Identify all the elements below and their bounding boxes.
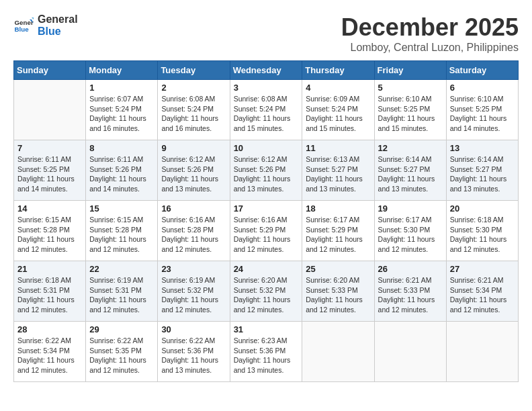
day-number: 21 <box>17 264 82 274</box>
day-number: 15 <box>89 203 154 214</box>
day-info: Sunrise: 6:18 AMSunset: 5:30 PMDaylight:… <box>450 215 515 255</box>
calendar-cell: 10Sunrise: 6:12 AMSunset: 5:26 PMDayligh… <box>230 140 302 201</box>
weekday-header-sunday: Sunday <box>14 61 86 80</box>
weekday-header-saturday: Saturday <box>446 61 518 80</box>
day-info: Sunrise: 6:17 AMSunset: 5:29 PMDaylight:… <box>306 215 370 255</box>
day-number: 17 <box>234 203 299 214</box>
day-number: 25 <box>306 264 370 274</box>
day-info: Sunrise: 6:11 AMSunset: 5:25 PMDaylight:… <box>17 154 82 194</box>
calendar-cell: 4Sunrise: 6:09 AMSunset: 5:24 PMDaylight… <box>302 80 374 140</box>
day-info: Sunrise: 6:08 AMSunset: 5:24 PMDaylight:… <box>234 94 299 134</box>
day-info: Sunrise: 6:14 AMSunset: 5:27 PMDaylight:… <box>450 154 515 194</box>
logo-general: General <box>38 13 78 26</box>
day-info: Sunrise: 6:20 AMSunset: 5:32 PMDaylight:… <box>234 275 299 315</box>
calendar-cell: 28Sunrise: 6:22 AMSunset: 5:34 PMDayligh… <box>14 322 86 382</box>
day-number: 16 <box>161 203 226 214</box>
day-info: Sunrise: 6:10 AMSunset: 5:25 PMDaylight:… <box>450 94 515 134</box>
calendar-cell: 14Sunrise: 6:15 AMSunset: 5:28 PMDayligh… <box>14 201 86 261</box>
day-info: Sunrise: 6:18 AMSunset: 5:31 PMDaylight:… <box>17 275 82 315</box>
weekday-header-monday: Monday <box>86 61 158 80</box>
calendar-cell: 18Sunrise: 6:17 AMSunset: 5:29 PMDayligh… <box>302 201 374 261</box>
day-info: Sunrise: 6:10 AMSunset: 5:25 PMDaylight:… <box>378 94 443 134</box>
day-info: Sunrise: 6:07 AMSunset: 5:24 PMDaylight:… <box>89 94 154 134</box>
day-number: 23 <box>161 264 226 274</box>
calendar-cell: 26Sunrise: 6:21 AMSunset: 5:33 PMDayligh… <box>374 261 446 322</box>
day-number: 20 <box>450 203 515 214</box>
day-number: 5 <box>378 83 443 93</box>
day-info: Sunrise: 6:16 AMSunset: 5:28 PMDaylight:… <box>161 215 226 255</box>
calendar-cell: 6Sunrise: 6:10 AMSunset: 5:25 PMDaylight… <box>446 80 518 140</box>
day-info: Sunrise: 6:15 AMSunset: 5:28 PMDaylight:… <box>17 215 82 255</box>
calendar-cell: 17Sunrise: 6:16 AMSunset: 5:29 PMDayligh… <box>230 201 302 261</box>
calendar-cell: 16Sunrise: 6:16 AMSunset: 5:28 PMDayligh… <box>158 201 230 261</box>
calendar-cell: 11Sunrise: 6:13 AMSunset: 5:27 PMDayligh… <box>302 140 374 201</box>
calendar-cell: 1Sunrise: 6:07 AMSunset: 5:24 PMDaylight… <box>86 80 158 140</box>
day-info: Sunrise: 6:23 AMSunset: 5:36 PMDaylight:… <box>234 336 299 375</box>
day-number: 29 <box>89 324 154 334</box>
calendar-cell: 5Sunrise: 6:10 AMSunset: 5:25 PMDaylight… <box>374 80 446 140</box>
calendar-cell: 13Sunrise: 6:14 AMSunset: 5:27 PMDayligh… <box>446 140 518 201</box>
weekday-header-wednesday: Wednesday <box>230 61 302 80</box>
week-row-3: 14Sunrise: 6:15 AMSunset: 5:28 PMDayligh… <box>14 201 519 261</box>
day-number: 3 <box>234 83 299 93</box>
day-number: 19 <box>378 203 443 214</box>
logo-blue: Blue <box>38 26 78 38</box>
day-number: 7 <box>17 143 82 153</box>
day-info: Sunrise: 6:12 AMSunset: 5:26 PMDaylight:… <box>234 154 299 194</box>
calendar-cell: 21Sunrise: 6:18 AMSunset: 5:31 PMDayligh… <box>14 261 86 322</box>
day-number: 2 <box>161 83 226 93</box>
calendar-cell <box>14 80 86 140</box>
day-info: Sunrise: 6:09 AMSunset: 5:24 PMDaylight:… <box>306 94 370 134</box>
calendar-cell: 30Sunrise: 6:22 AMSunset: 5:36 PMDayligh… <box>158 322 230 382</box>
location: Lomboy, Central Luzon, Philippines <box>341 42 519 54</box>
calendar-cell: 20Sunrise: 6:18 AMSunset: 5:30 PMDayligh… <box>446 201 518 261</box>
day-info: Sunrise: 6:13 AMSunset: 5:27 PMDaylight:… <box>306 154 370 194</box>
day-info: Sunrise: 6:17 AMSunset: 5:30 PMDaylight:… <box>378 215 443 255</box>
calendar-cell: 23Sunrise: 6:19 AMSunset: 5:32 PMDayligh… <box>158 261 230 322</box>
day-info: Sunrise: 6:21 AMSunset: 5:34 PMDaylight:… <box>450 275 515 315</box>
calendar-cell: 27Sunrise: 6:21 AMSunset: 5:34 PMDayligh… <box>446 261 518 322</box>
calendar-cell: 24Sunrise: 6:20 AMSunset: 5:32 PMDayligh… <box>230 261 302 322</box>
calendar-cell: 9Sunrise: 6:12 AMSunset: 5:26 PMDaylight… <box>158 140 230 201</box>
day-info: Sunrise: 6:12 AMSunset: 5:26 PMDaylight:… <box>161 154 226 194</box>
title-block: December 2025 Lomboy, Central Luzon, Phi… <box>341 13 519 54</box>
day-number: 14 <box>17 203 82 214</box>
day-info: Sunrise: 6:22 AMSunset: 5:35 PMDaylight:… <box>89 336 154 375</box>
day-info: Sunrise: 6:11 AMSunset: 5:26 PMDaylight:… <box>89 154 154 194</box>
day-number: 30 <box>161 324 226 334</box>
day-number: 12 <box>378 143 443 153</box>
weekday-header-friday: Friday <box>374 61 446 80</box>
day-info: Sunrise: 6:16 AMSunset: 5:29 PMDaylight:… <box>234 215 299 255</box>
day-number: 31 <box>234 324 299 334</box>
day-number: 24 <box>234 264 299 274</box>
day-info: Sunrise: 6:21 AMSunset: 5:33 PMDaylight:… <box>378 275 443 315</box>
svg-text:Blue: Blue <box>15 26 30 33</box>
calendar-cell: 12Sunrise: 6:14 AMSunset: 5:27 PMDayligh… <box>374 140 446 201</box>
calendar-cell: 29Sunrise: 6:22 AMSunset: 5:35 PMDayligh… <box>86 322 158 382</box>
logo-icon: General Blue <box>13 15 34 36</box>
logo: General Blue General Blue <box>13 13 78 37</box>
week-row-4: 21Sunrise: 6:18 AMSunset: 5:31 PMDayligh… <box>14 261 519 322</box>
day-number: 10 <box>234 143 299 153</box>
day-info: Sunrise: 6:19 AMSunset: 5:32 PMDaylight:… <box>161 275 226 315</box>
day-number: 27 <box>450 264 515 274</box>
calendar-cell: 22Sunrise: 6:19 AMSunset: 5:31 PMDayligh… <box>86 261 158 322</box>
day-number: 4 <box>306 83 370 93</box>
week-row-2: 7Sunrise: 6:11 AMSunset: 5:25 PMDaylight… <box>14 140 519 201</box>
week-row-5: 28Sunrise: 6:22 AMSunset: 5:34 PMDayligh… <box>14 322 519 382</box>
weekday-header-thursday: Thursday <box>302 61 374 80</box>
day-number: 11 <box>306 143 370 153</box>
calendar-cell: 2Sunrise: 6:08 AMSunset: 5:24 PMDaylight… <box>158 80 230 140</box>
day-info: Sunrise: 6:08 AMSunset: 5:24 PMDaylight:… <box>161 94 226 134</box>
day-number: 13 <box>450 143 515 153</box>
weekday-header-row: SundayMondayTuesdayWednesdayThursdayFrid… <box>14 61 519 80</box>
page-header: General Blue General Blue December 2025 … <box>13 13 519 54</box>
calendar-cell: 8Sunrise: 6:11 AMSunset: 5:26 PMDaylight… <box>86 140 158 201</box>
day-info: Sunrise: 6:19 AMSunset: 5:31 PMDaylight:… <box>89 275 154 315</box>
calendar-table: SundayMondayTuesdayWednesdayThursdayFrid… <box>13 60 519 382</box>
calendar-cell <box>302 322 374 382</box>
week-row-1: 1Sunrise: 6:07 AMSunset: 5:24 PMDaylight… <box>14 80 519 140</box>
calendar-cell: 3Sunrise: 6:08 AMSunset: 5:24 PMDaylight… <box>230 80 302 140</box>
day-number: 26 <box>378 264 443 274</box>
day-number: 22 <box>89 264 154 274</box>
